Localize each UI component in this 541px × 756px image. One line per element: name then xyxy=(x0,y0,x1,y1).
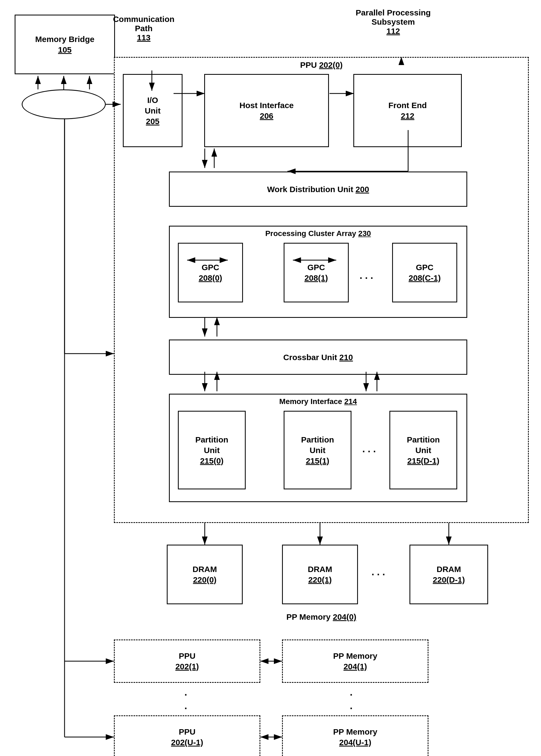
pp-memory-1-box: PP Memory204(1) xyxy=(282,639,428,683)
dram-dots: · · · xyxy=(371,569,385,581)
work-dist-box: Work Distribution Unit 200 xyxy=(169,171,467,207)
memory-bridge-box: Memory Bridge105 xyxy=(15,15,115,74)
front-end-box: Front End212 xyxy=(353,74,462,147)
gpc-n-box: GPC208(C-1) xyxy=(392,243,457,302)
gpc-0-box: GPC208(0) xyxy=(178,243,243,302)
pp-memory-u-box: PP Memory204(U-1) xyxy=(282,715,428,756)
comm-path-label: Communication Path 113 xyxy=(106,15,182,42)
partition-n-box: PartitionUnit215(D-1) xyxy=(389,411,457,489)
dram-n-box: DRAM220(D-1) xyxy=(409,545,488,604)
ppu-1-box: PPU202(1) xyxy=(114,639,260,683)
ppu-u-box: PPU202(U-1) xyxy=(114,715,260,756)
dram-0-box: DRAM220(0) xyxy=(167,545,243,604)
dram-1-box: DRAM220(1) xyxy=(282,545,358,604)
partition-0-box: PartitionUnit215(0) xyxy=(178,411,246,489)
architecture-diagram: Memory Bridge105 Communication Path 113 … xyxy=(0,0,541,756)
pp-memory-0-label: PP Memory 204(0) xyxy=(114,613,529,622)
parallel-subsystem-label: Parallel ProcessingSubsystem 112 xyxy=(312,8,475,36)
gpc-1-box: GPC208(1) xyxy=(283,243,349,302)
mem-interface-box: Memory Interface 214 PartitionUnit215(0)… xyxy=(169,394,467,502)
io-unit-box: I/OUnit205 xyxy=(123,74,183,147)
memory-ellipse xyxy=(22,90,106,119)
crossbar-box: Crossbar Unit 210 xyxy=(169,340,467,375)
partition-dots: · · · xyxy=(362,446,376,457)
host-interface-box: Host Interface206 xyxy=(204,74,329,147)
ppu-0-outer-box: PPU 202(0) I/OUnit205 Host Interface206 … xyxy=(114,57,529,523)
proc-cluster-box: Processing Cluster Array 230 GPC208(0) G… xyxy=(169,226,467,318)
partition-1-box: PartitionUnit215(1) xyxy=(283,411,351,489)
gpc-dots: · · · xyxy=(359,273,373,284)
memory-bridge-label: Memory Bridge105 xyxy=(35,34,94,55)
